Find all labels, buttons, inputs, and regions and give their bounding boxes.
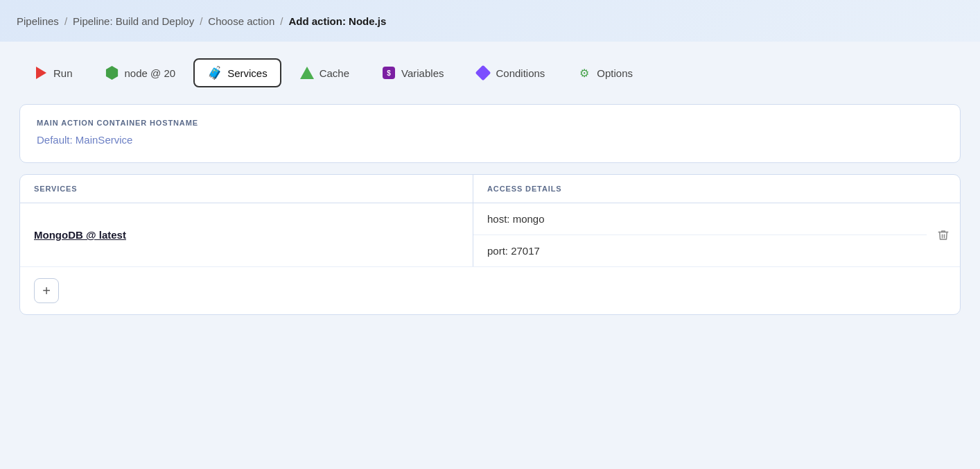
breadcrumb-sep-1: / — [64, 15, 67, 27]
add-service-icon: + — [42, 283, 51, 299]
breadcrumb-sep-3: / — [280, 15, 283, 27]
add-service-container: + — [20, 267, 960, 314]
access-details-cell: host: mongo port: 27017 — [473, 203, 927, 266]
breadcrumb-bar: Pipelines / Pipeline: Build and Deploy /… — [0, 0, 980, 42]
variables-icon: $ — [381, 65, 396, 80]
breadcrumb-pipelines[interactable]: Pipelines — [17, 15, 59, 27]
cache-icon — [299, 65, 315, 80]
main-content: Run node @ 20 🧳 Services Cache $ Vari — [0, 42, 980, 343]
tab-node[interactable]: node @ 20 — [91, 58, 190, 87]
tab-cache-label: Cache — [320, 67, 349, 79]
breadcrumb-pipeline[interactable]: Pipeline: Build and Deploy — [73, 15, 194, 27]
tab-cache[interactable]: Cache — [286, 58, 363, 87]
service-name[interactable]: MongoDB @ latest — [34, 229, 126, 241]
tab-services[interactable]: 🧳 Services — [193, 58, 281, 87]
services-icon: 🧳 — [207, 65, 222, 80]
tabs-container: Run node @ 20 🧳 Services Cache $ Vari — [19, 58, 961, 87]
tab-conditions-label: Conditions — [496, 67, 545, 79]
tab-node-label: node @ 20 — [125, 67, 176, 79]
service-name-cell: MongoDB @ latest — [20, 203, 473, 266]
run-icon — [33, 65, 49, 80]
hostname-card: MAIN ACTION CONTAINER HOSTNAME Default: … — [19, 104, 961, 163]
delete-service-button[interactable] — [932, 224, 954, 246]
tab-variables[interactable]: $ Variables — [367, 58, 457, 87]
tab-services-label: Services — [227, 67, 268, 79]
breadcrumb-sep-2: / — [200, 15, 202, 27]
services-card: SERVICES ACCESS DETAILS MongoDB @ latest… — [19, 174, 961, 315]
tab-variables-label: Variables — [401, 67, 444, 79]
hostname-card-value: Default: MainService — [37, 134, 943, 146]
conditions-icon — [475, 65, 491, 80]
service-action-cell — [927, 203, 960, 266]
hostname-card-label: MAIN ACTION CONTAINER HOSTNAME — [37, 119, 943, 127]
tab-run-label: Run — [53, 67, 73, 79]
tab-options[interactable]: ⚙ Options — [563, 58, 647, 87]
breadcrumb-current: Add action: Node.js — [288, 15, 386, 27]
tab-conditions[interactable]: Conditions — [462, 58, 559, 87]
options-icon: ⚙ — [577, 65, 592, 80]
tab-run[interactable]: Run — [19, 58, 87, 87]
trash-icon — [937, 229, 950, 241]
services-col-header: SERVICES — [20, 175, 473, 203]
access-detail-host: host: mongo — [473, 203, 927, 235]
table-row: MongoDB @ latest host: mongo port: 27017 — [20, 203, 960, 267]
tab-options-label: Options — [597, 67, 633, 79]
services-table-header: SERVICES ACCESS DETAILS — [20, 175, 960, 203]
add-service-button[interactable]: + — [34, 278, 59, 303]
access-detail-port: port: 27017 — [473, 235, 927, 266]
access-col-header: ACCESS DETAILS — [473, 175, 927, 203]
services-table: SERVICES ACCESS DETAILS MongoDB @ latest… — [20, 175, 960, 314]
breadcrumb-choose-action[interactable]: Choose action — [208, 15, 274, 27]
node-icon — [105, 65, 120, 80]
